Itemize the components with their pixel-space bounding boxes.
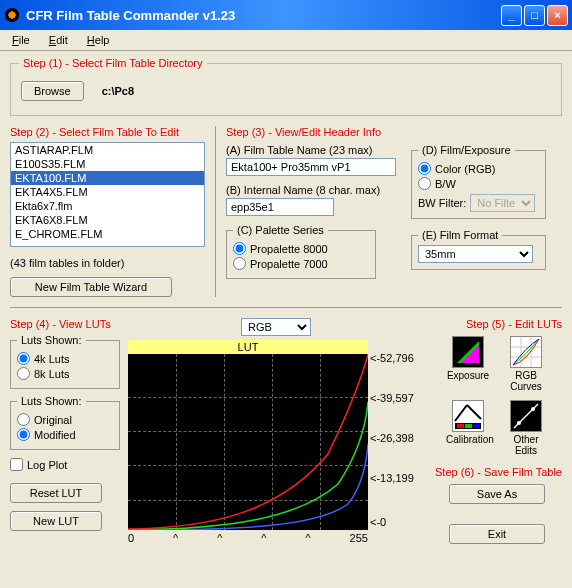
luts-shown-legend-2: Luts Shown: [17, 395, 86, 407]
calibration-button[interactable]: Calibration [446, 400, 490, 456]
log-plot-checkbox[interactable]: Log Plot [10, 458, 120, 471]
step4-legend: Step (4) - View LUTs [10, 318, 120, 330]
svg-rect-12 [473, 424, 480, 428]
radio-color-rgb[interactable]: Color (RGB) [418, 162, 539, 175]
bw-filter-label: BW Filter: [418, 197, 466, 209]
svg-point-17 [517, 421, 521, 425]
step5-legend: Step (5) - Edit LUTs [432, 318, 562, 330]
rgb-curves-icon [511, 337, 541, 367]
new-lut-button[interactable]: New LUT [10, 511, 102, 531]
film-table-name-input[interactable] [226, 158, 396, 176]
table-count: (43 film tables in folder) [10, 257, 205, 269]
x-axis-max: 255 [350, 532, 368, 544]
other-edits-button[interactable]: Other Edits [504, 400, 548, 456]
menu-edit[interactable]: Edit [41, 32, 76, 48]
step2-legend: Step (2) - Select Film Table To Edit [10, 126, 205, 138]
label-b: (B) Internal Name (8 char. max) [226, 184, 401, 196]
lut-plot: LUT [128, 340, 368, 530]
new-film-table-wizard-button[interactable]: New Film Table Wizard [10, 277, 172, 297]
palette-series-legend: (C) Palette Series [233, 224, 328, 236]
reset-lut-button[interactable]: Reset LUT [10, 483, 102, 503]
save-as-button[interactable]: Save As [449, 484, 545, 504]
radio-original[interactable]: Original [17, 413, 113, 426]
radio-8k-luts[interactable]: 8k Luts [17, 367, 113, 380]
browse-button[interactable]: Browse [21, 81, 84, 101]
film-table-listbox[interactable]: ASTIARAP.FLME100S35.FLMEKTA100.FLMEKTA4X… [10, 142, 205, 247]
app-icon [4, 7, 20, 23]
listbox-item[interactable]: Ekta6x7.flm [11, 199, 204, 213]
internal-name-input[interactable] [226, 198, 334, 216]
path-display: c:\Pc8 [102, 85, 134, 97]
step3-legend: Step (3) - View/Edit Header Info [226, 126, 562, 138]
exposure-button[interactable]: Exposure [446, 336, 490, 392]
listbox-item[interactable]: ASTIARAP.FLM [11, 143, 204, 157]
x-axis-min: 0 [128, 532, 134, 544]
other-edits-icon [511, 401, 541, 431]
close-button[interactable]: × [547, 5, 568, 26]
step1-legend: Step (1) - Select Film Table Directory [19, 57, 207, 69]
listbox-item[interactable]: EKTA4X5.FLM [11, 185, 204, 199]
rgb-curves-button[interactable]: RGB Curves [504, 336, 548, 392]
radio-modified[interactable]: Modified [17, 428, 113, 441]
film-format-select[interactable]: 35mm [418, 245, 533, 263]
bw-filter-select: No Filter [470, 194, 535, 212]
radio-propalette-7000[interactable]: Propalette 7000 [233, 257, 369, 270]
svg-point-16 [531, 407, 535, 411]
exit-button[interactable]: Exit [449, 524, 545, 544]
label-a: (A) Film Table Name (23 max) [226, 144, 401, 156]
calibration-icon [453, 401, 483, 431]
minimize-button[interactable]: _ [501, 5, 522, 26]
radio-4k-luts[interactable]: 4k Luts [17, 352, 113, 365]
menu-help[interactable]: Help [79, 32, 118, 48]
radio-propalette-8000[interactable]: Propalette 8000 [233, 242, 369, 255]
menu-file[interactable]: File [4, 32, 38, 48]
maximize-button[interactable]: □ [524, 5, 545, 26]
exposure-icon [453, 337, 483, 367]
svg-rect-11 [465, 424, 472, 428]
radio-bw[interactable]: B/W [418, 177, 539, 190]
channel-select[interactable]: RGB [241, 318, 311, 336]
listbox-item[interactable]: EKTA100.FLM [11, 171, 204, 185]
listbox-item[interactable]: E100S35.FLM [11, 157, 204, 171]
film-format-legend: (E) Film Format [418, 229, 502, 241]
svg-rect-10 [457, 424, 464, 428]
step6-legend: Step (6) - Save Film Table [432, 466, 562, 478]
plot-title: LUT [128, 340, 368, 354]
luts-shown-legend-1: Luts Shown: [17, 334, 86, 346]
listbox-item[interactable]: E_CHROME.FLM [11, 227, 204, 241]
window-title: CFR Film Table Commander v1.23 [26, 8, 501, 23]
film-exposure-legend: (D) Film/Exposure [418, 144, 515, 156]
listbox-item[interactable]: EKTA6X8.FLM [11, 213, 204, 227]
